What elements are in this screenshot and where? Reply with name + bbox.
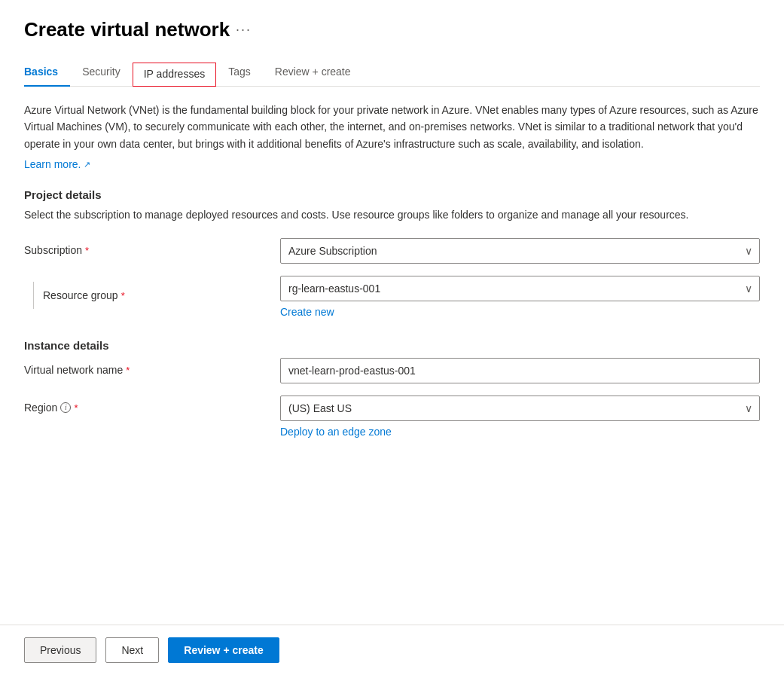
region-dropdown[interactable]: (US) East US: [280, 396, 760, 421]
tab-review-create[interactable]: Review + create: [263, 60, 363, 87]
subscription-dropdown[interactable]: Azure Subscription: [280, 238, 760, 264]
region-label-col: Region i *: [24, 396, 280, 414]
resource-group-required: *: [121, 290, 125, 301]
footer: Previous Next Review + create: [0, 625, 784, 675]
description-block: Azure Virtual Network (VNet) is the fund…: [24, 102, 760, 170]
resource-group-label-col: Resource group *: [24, 276, 280, 309]
tab-bar: Basics Security IP addresses Tags Review…: [24, 60, 760, 87]
project-details-section: Project details Select the subscription …: [24, 188, 760, 318]
indent-line: [33, 282, 34, 309]
vnet-name-row: Virtual network name *: [24, 358, 760, 383]
subscription-label-col: Subscription *: [24, 238, 280, 256]
tab-basics[interactable]: Basics: [24, 60, 70, 87]
region-info-icon[interactable]: i: [60, 402, 71, 413]
region-control-col: (US) East US Deploy to an edge zone: [280, 396, 760, 438]
resource-group-control-col: rg-learn-eastus-001 Create new: [280, 276, 760, 318]
vnet-name-label-col: Virtual network name *: [24, 358, 280, 376]
next-button[interactable]: Next: [105, 637, 159, 663]
project-details-title: Project details: [24, 188, 760, 201]
review-create-button[interactable]: Review + create: [168, 637, 279, 663]
region-dropdown-wrapper: (US) East US: [280, 396, 760, 421]
description-text: Azure Virtual Network (VNet) is the fund…: [24, 102, 760, 152]
tab-tags[interactable]: Tags: [216, 60, 263, 87]
external-link-icon: ↗: [84, 160, 90, 170]
instance-details-section: Instance details Virtual network name * …: [24, 339, 760, 438]
deploy-edge-zone-link[interactable]: Deploy to an edge zone: [280, 426, 392, 438]
previous-button[interactable]: Previous: [24, 637, 96, 663]
subscription-dropdown-wrapper: Azure Subscription: [280, 238, 760, 264]
resource-group-row: Resource group * rg-learn-eastus-001 Cre…: [24, 276, 760, 318]
subscription-row: Subscription * Azure Subscription: [24, 238, 760, 264]
page-title: Create virtual network: [24, 18, 230, 41]
region-required: *: [74, 402, 78, 414]
vnet-name-input[interactable]: [280, 358, 760, 383]
resource-group-dropdown[interactable]: rg-learn-eastus-001: [280, 276, 760, 301]
vnet-name-control-col: [280, 358, 760, 383]
project-details-description: Select the subscription to manage deploy…: [24, 207, 760, 223]
more-options-icon[interactable]: ···: [236, 22, 252, 38]
tab-ip-addresses[interactable]: IP addresses: [133, 63, 216, 87]
subscription-control-col: Azure Subscription: [280, 238, 760, 264]
resource-group-dropdown-wrapper: rg-learn-eastus-001: [280, 276, 760, 301]
subscription-required: *: [85, 245, 89, 256]
region-row: Region i * (US) East US Deploy to an edg…: [24, 396, 760, 438]
instance-details-title: Instance details: [24, 339, 760, 352]
tab-security[interactable]: Security: [70, 60, 133, 87]
create-new-link[interactable]: Create new: [280, 306, 334, 318]
learn-more-link[interactable]: Learn more. ↗: [24, 158, 90, 170]
vnet-name-required: *: [126, 365, 130, 376]
